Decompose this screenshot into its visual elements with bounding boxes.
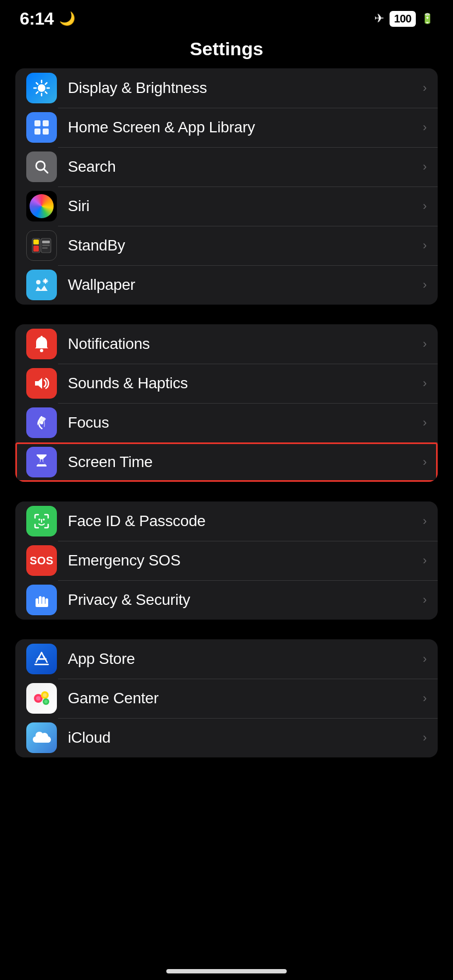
- screentime-icon: [26, 447, 57, 477]
- svg-rect-20: [42, 244, 50, 246]
- settings-group-2: Notifications › Sounds & Haptics ›: [15, 324, 438, 482]
- page-header: Settings: [0, 33, 453, 68]
- settings-row-icloud[interactable]: iCloud ›: [15, 718, 438, 757]
- faceid-icon: [26, 506, 57, 536]
- svg-rect-28: [40, 336, 43, 338]
- screentime-chevron: ›: [423, 455, 427, 469]
- svg-line-7: [45, 83, 47, 84]
- settings-group-1: Display & Brightness › Home Screen & App…: [15, 68, 438, 305]
- faceid-label: Face ID & Passcode: [68, 512, 419, 530]
- svg-rect-9: [34, 120, 40, 126]
- sounds-label: Sounds & Haptics: [68, 375, 419, 392]
- gamecenter-icon: [26, 683, 57, 714]
- focus-chevron: ›: [423, 416, 427, 430]
- sounds-chevron: ›: [423, 376, 427, 390]
- appstore-chevron: ›: [423, 652, 427, 666]
- focus-label: Focus: [68, 414, 419, 431]
- privacy-label: Privacy & Security: [68, 591, 419, 609]
- settings-row-standby[interactable]: StandBy ›: [15, 226, 438, 265]
- sos-label: Emergency SOS: [68, 552, 419, 569]
- privacy-icon: [26, 585, 57, 615]
- search-label: Search: [68, 158, 419, 176]
- settings-row-gamecenter[interactable]: Game Center ›: [15, 679, 438, 718]
- siri-icon: [26, 191, 57, 221]
- settings-group-3: Face ID & Passcode › SOS Emergency SOS ›: [15, 501, 438, 620]
- display-icon: [26, 73, 57, 103]
- svg-point-0: [38, 84, 45, 92]
- wallpaper-label: Wallpaper: [68, 276, 419, 294]
- wallpaper-icon: [26, 270, 57, 300]
- svg-rect-10: [43, 120, 49, 126]
- svg-line-8: [36, 92, 38, 94]
- svg-point-31: [38, 518, 40, 521]
- svg-rect-16: [33, 240, 39, 244]
- sounds-icon: [26, 368, 57, 399]
- svg-point-22: [36, 280, 40, 284]
- siri-chevron: ›: [423, 199, 427, 213]
- moon-icon: 🌙: [59, 11, 76, 26]
- svg-point-45: [36, 696, 40, 701]
- appstore-label: App Store: [68, 650, 419, 668]
- homescreen-label: Home Screen & App Library: [68, 119, 419, 136]
- svg-line-14: [44, 169, 48, 173]
- focus-icon: [26, 407, 57, 438]
- svg-point-47: [44, 700, 48, 703]
- privacy-chevron: ›: [423, 593, 427, 607]
- home-indicator: [166, 969, 287, 973]
- notifications-icon: [26, 329, 57, 359]
- svg-rect-12: [43, 129, 49, 135]
- icloud-icon: [26, 722, 57, 753]
- notifications-label: Notifications: [68, 335, 419, 353]
- siri-label: Siri: [68, 197, 419, 215]
- svg-rect-37: [36, 604, 48, 607]
- settings-row-search[interactable]: Search ›: [15, 147, 438, 186]
- settings-row-notifications[interactable]: Notifications ›: [15, 324, 438, 364]
- standby-label: StandBy: [68, 237, 419, 254]
- display-chevron: ›: [423, 81, 427, 95]
- appstore-icon: [26, 644, 57, 674]
- standby-chevron: ›: [423, 238, 427, 253]
- airplane-icon: ✈: [374, 11, 384, 26]
- status-bar: 6:14 🌙 ✈ 100 🔋: [0, 0, 453, 33]
- settings-row-privacy[interactable]: Privacy & Security ›: [15, 580, 438, 620]
- svg-marker-29: [35, 378, 42, 389]
- display-label: Display & Brightness: [68, 79, 419, 97]
- battery-badge: 100: [390, 11, 416, 27]
- svg-point-30: [40, 421, 43, 424]
- settings-row-focus[interactable]: Focus ›: [15, 403, 438, 442]
- sos-icon: SOS: [26, 545, 57, 576]
- status-time: 6:14: [20, 9, 54, 29]
- sos-badge: SOS: [26, 552, 57, 569]
- settings-row-siri[interactable]: Siri ›: [15, 186, 438, 226]
- settings-row-appstore[interactable]: App Store ›: [15, 639, 438, 679]
- svg-rect-11: [34, 129, 40, 135]
- svg-point-27: [40, 349, 43, 352]
- svg-rect-19: [42, 241, 50, 243]
- faceid-chevron: ›: [423, 514, 427, 528]
- settings-row-display[interactable]: Display & Brightness ›: [15, 68, 438, 108]
- settings-group-4: App Store › Game Center ›: [15, 639, 438, 757]
- settings-row-homescreen[interactable]: Home Screen & App Library ›: [15, 108, 438, 147]
- settings-row-faceid[interactable]: Face ID & Passcode ›: [15, 501, 438, 541]
- settings-row-screentime[interactable]: Screen Time ›: [15, 442, 438, 482]
- settings-row-sounds[interactable]: Sounds & Haptics ›: [15, 364, 438, 403]
- icloud-label: iCloud: [68, 729, 419, 746]
- icloud-chevron: ›: [423, 731, 427, 745]
- search-chevron: ›: [423, 160, 427, 174]
- svg-line-6: [45, 92, 47, 94]
- svg-rect-21: [42, 247, 48, 249]
- notifications-chevron: ›: [423, 337, 427, 351]
- screentime-label: Screen Time: [68, 453, 419, 471]
- gamecenter-chevron: ›: [423, 691, 427, 705]
- sos-chevron: ›: [423, 553, 427, 568]
- standby-icon: [26, 230, 57, 261]
- status-right: ✈ 100 🔋: [374, 11, 433, 27]
- wallpaper-chevron: ›: [423, 278, 427, 292]
- svg-point-32: [43, 518, 45, 521]
- settings-row-wallpaper[interactable]: Wallpaper ›: [15, 265, 438, 305]
- svg-line-5: [36, 83, 38, 84]
- page-title: Settings: [190, 38, 263, 59]
- settings-row-sos[interactable]: SOS Emergency SOS ›: [15, 541, 438, 580]
- homescreen-chevron: ›: [423, 120, 427, 135]
- svg-point-46: [43, 693, 47, 697]
